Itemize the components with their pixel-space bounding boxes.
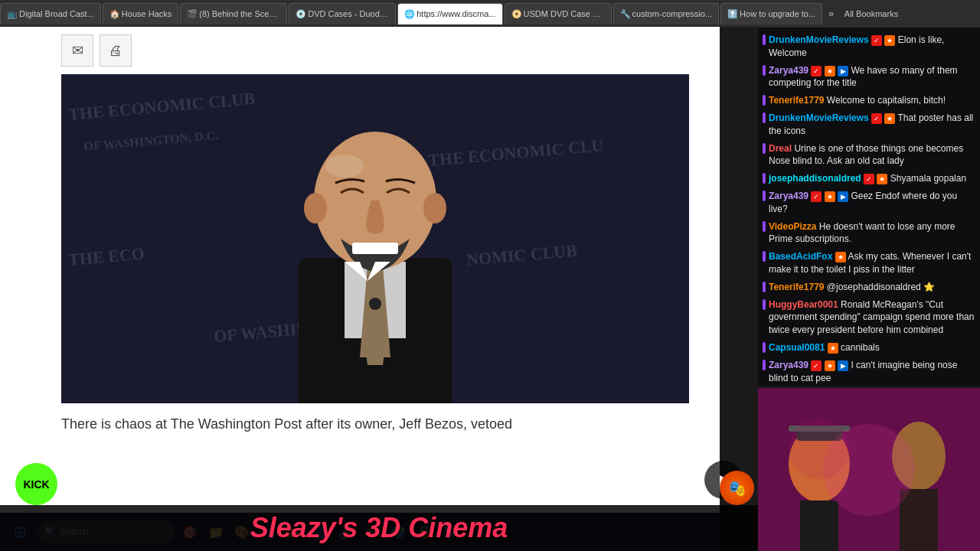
chat-message-8: VideoPizza He doesn't want to lose any m… [763, 220, 975, 246]
chat-message-6: josephaddisonaldred ✓ ★ Shyamala gopalan [763, 172, 975, 185]
email-button[interactable]: ✉ [61, 34, 93, 67]
chat-username-5: Dreal [769, 143, 792, 154]
tab-7[interactable]: 🔧 custom-compressio... [613, 3, 720, 24]
chat-indicator-6 [763, 173, 766, 184]
main-content-area: ✉ 🖨 THE ECONOMIC CLUB OF WASHINGTON, D.C… [0, 27, 720, 551]
chat-message-9: BasedAcidFox ★ Ask my cats. Whenever I c… [763, 250, 975, 276]
chat-indicator-2 [763, 65, 766, 76]
chat-message-11: HuggyBear0001 Ronald McReagan's "Cut gov… [763, 298, 975, 337]
chat-username-1: DrunkenMovieReviews [769, 34, 869, 45]
video-svg [758, 387, 980, 551]
tab-5[interactable]: 🌐 https://www.discma... [397, 3, 502, 24]
article-action-buttons: ✉ 🖨 [0, 27, 720, 74]
badge-2-2: ★ [825, 66, 835, 77]
svg-rect-25 [800, 500, 838, 551]
video-background [758, 388, 980, 551]
tab-8[interactable]: ⬆️ How to upgrade to... [720, 3, 822, 24]
chat-indicator-3 [763, 95, 766, 106]
browser-chrome: 📺 Digital Broad Cast... 🏠 House Hacks 🎬 … [0, 0, 980, 27]
article-image: THE ECONOMIC CLUB OF WASHINGTON, D.C. TH… [61, 74, 689, 403]
more-tabs-button[interactable]: » [824, 8, 838, 19]
tab-bar: 📺 Digital Broad Cast... 🏠 House Hacks 🎬 … [0, 0, 980, 27]
chat-username-9: BasedAcidFox [769, 251, 832, 262]
chat-message-7: Zarya439 ✓ ★ ▶ Geez Endof where do you l… [763, 190, 975, 216]
kick-logo[interactable]: KICK [15, 463, 57, 505]
print-button[interactable]: 🖨 [100, 34, 132, 67]
chat-message-2: Zarya439 ✓ ★ ▶ We have so many of them c… [763, 64, 975, 90]
article-text-preview: There is chaos at The Washington Post af… [0, 403, 720, 445]
tab-6-favicon: 📀 [511, 9, 521, 18]
tab-7-label: custom-compressio... [632, 9, 713, 18]
print-icon: 🖨 [109, 43, 122, 59]
chat-text-6: Shyamala gopalan [890, 173, 966, 184]
chat-indicator-11 [763, 299, 766, 310]
badge-13-1: ✓ [811, 360, 822, 371]
tab-2[interactable]: 🏠 House Hacks [103, 3, 178, 24]
tab-1-label: Digital Broad Cast... [19, 9, 94, 18]
badge-2-1: ✓ [811, 66, 822, 77]
email-icon: ✉ [72, 42, 83, 59]
tab-5-label: https://www.discma... [416, 9, 495, 18]
kick-label: KICK [23, 478, 49, 491]
chat-indicator-4 [763, 112, 766, 123]
badge-9-1: ★ [835, 252, 846, 262]
tab-1-favicon: 📺 [7, 9, 16, 18]
chat-text-12: cannibals [841, 342, 880, 353]
tab-8-favicon: ⬆️ [727, 9, 737, 18]
chat-username-3: Tenerife1779 [769, 95, 825, 106]
chat-username-6: josephaddisonaldred [769, 173, 861, 184]
tab-4-label: DVD Cases - Duode... [308, 9, 389, 18]
badge-4-2: ★ [884, 113, 895, 124]
avatar-icon: 🎭 [727, 479, 746, 497]
tab-3[interactable]: 🎬 (8) Behind the Scen... [180, 3, 287, 24]
svg-point-19 [369, 298, 381, 310]
svg-rect-15 [352, 243, 398, 254]
tab-6[interactable]: 📀 USDM DVD Case Te... [505, 3, 612, 24]
chat-indicator-5 [763, 143, 766, 154]
svg-point-29 [789, 418, 850, 479]
chat-username-8: VideoPizza [769, 221, 816, 232]
svg-rect-27 [900, 489, 938, 551]
tab-3-favicon: 🎬 [187, 9, 196, 18]
badge-4-1: ✓ [871, 113, 882, 124]
svg-point-14 [423, 193, 446, 223]
badge-7-3: ▶ [838, 191, 848, 202]
tab-5-favicon: 🌐 [404, 9, 413, 18]
chat-indicator-7 [763, 191, 766, 201]
article-image-svg: THE ECONOMIC CLUB OF WASHINGTON, D.C. TH… [61, 74, 689, 403]
chat-message-10: Tenerife1779 @josephaddisonaldred ⭐ [763, 281, 975, 294]
svg-point-13 [304, 193, 327, 223]
svg-marker-10 [364, 334, 387, 365]
chat-username-7: Zarya439 [769, 191, 808, 201]
chat-indicator-1 [763, 34, 766, 45]
chat-username-11: HuggyBear0001 [769, 299, 838, 310]
chat-indicator-10 [763, 282, 766, 292]
article-text-content: There is chaos at The Washington Post af… [61, 416, 512, 432]
badge-13-3: ▶ [838, 360, 848, 371]
chat-username-2: Zarya439 [769, 65, 808, 76]
tab-8-label: How to upgrade to... [740, 9, 815, 18]
live-chat-panel: Live Chat ⋮ DrunkenMovieReviews ✓ ★ Elon… [758, 0, 980, 551]
tab-4-favicon: 💿 [296, 9, 305, 18]
chat-message-4: DrunkenMovieReviews ✓ ★ That poster has … [763, 112, 975, 138]
badge-13-2: ★ [825, 360, 835, 371]
chat-text-3: Welcome to capitalism, bitch! [827, 95, 946, 106]
chat-messages-list: DrunkenMovieReviews ✓ ★ Elon is like, We… [758, 28, 980, 386]
chat-text-5: Urine is one of those things one becomes… [769, 143, 963, 167]
bookmarks-button[interactable]: All Bookmarks [838, 9, 904, 18]
badge-1-2: ★ [884, 35, 895, 46]
tab-2-favicon: 🏠 [109, 9, 119, 18]
tab-1[interactable]: 📺 Digital Broad Cast... [0, 3, 101, 24]
chat-text-10: @josephaddisonaldred ⭐ [827, 282, 935, 292]
chat-message-3: Tenerife1779 Welcome to capitalism, bitc… [763, 94, 975, 107]
badge-6-1: ✓ [864, 174, 874, 184]
stream-title-bar: Sleazy's 3D Cinema [0, 505, 758, 551]
tab-4[interactable]: 💿 DVD Cases - Duode... [289, 3, 396, 24]
badge-7-2: ★ [825, 191, 835, 202]
tab-6-label: USDM DVD Case Te... [524, 9, 605, 18]
chat-message-1: DrunkenMovieReviews ✓ ★ Elon is like, We… [763, 34, 975, 60]
chat-indicator-9 [763, 251, 766, 262]
streamer-avatar[interactable]: 🎭 [720, 471, 754, 505]
chat-indicator-13 [763, 360, 766, 370]
chat-message-5: Dreal Urine is one of those things one b… [763, 142, 975, 168]
